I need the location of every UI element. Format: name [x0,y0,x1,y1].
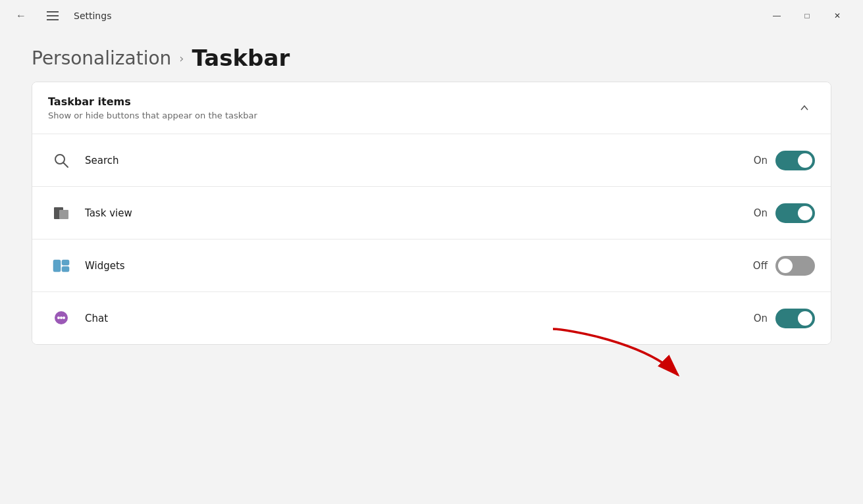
taskview-toggle[interactable] [775,203,815,223]
maximize-button[interactable]: □ [792,5,822,26]
hamburger-line [47,19,59,20]
search-row: Search On [32,134,831,186]
search-icon-svg [53,152,70,169]
chat-toggle[interactable] [775,309,815,328]
hamburger-button[interactable] [42,5,63,26]
svg-rect-6 [62,266,69,272]
chevron-up-icon [800,103,809,113]
breadcrumb: Personalization › Taskbar [0,32,863,82]
breadcrumb-parent[interactable]: Personalization [32,47,171,69]
search-control: On [754,151,815,170]
hamburger-line [47,15,59,16]
svg-line-1 [64,163,68,167]
svg-point-8 [57,316,60,319]
widgets-label: Widgets [85,260,753,272]
chat-control: On [754,309,815,328]
widgets-state: Off [753,260,768,272]
chat-icon-svg [52,309,70,328]
taskview-icon [48,200,74,226]
search-state: On [754,155,768,166]
widgets-toggle[interactable] [775,256,815,276]
collapse-button[interactable] [794,97,815,118]
taskview-control: On [754,203,815,223]
svg-point-10 [63,316,65,319]
app-title: Settings [74,11,111,21]
widgets-control: Off [753,256,815,276]
chat-state: On [754,313,768,324]
taskview-toggle-knob [798,206,812,220]
svg-rect-5 [62,260,69,265]
close-button[interactable]: ✕ [822,5,852,26]
taskview-state: On [754,207,768,219]
taskview-row: Task view On [32,186,831,239]
search-toggle[interactable] [775,151,815,170]
title-bar: ← Settings — □ ✕ [0,0,863,32]
section-title: Taskbar items [48,95,257,108]
window-controls: — □ ✕ [762,5,852,26]
chat-toggle-knob [798,311,812,326]
main-content: Taskbar items Show or hide buttons that … [0,82,863,345]
taskbar-items-section: Taskbar items Show or hide buttons that … [32,82,831,345]
chat-label: Chat [85,313,754,324]
chat-row: Chat On [32,291,831,344]
widgets-icon-svg [53,257,70,274]
section-header-text: Taskbar items Show or hide buttons that … [48,95,257,120]
breadcrumb-separator: › [179,51,184,65]
chat-icon [48,305,74,332]
widgets-row: Widgets Off [32,239,831,291]
section-subtitle: Show or hide buttons that appear on the … [48,111,257,120]
search-icon [48,147,74,174]
breadcrumb-current: Taskbar [192,45,290,71]
taskview-icon-svg [53,205,70,222]
back-button[interactable]: ← [11,5,32,26]
taskview-label: Task view [85,207,754,219]
svg-point-9 [60,316,63,319]
title-bar-left: ← Settings [11,5,111,26]
svg-rect-3 [59,210,68,219]
minimize-button[interactable]: — [762,5,792,26]
widgets-icon [48,253,74,279]
search-toggle-knob [798,153,812,168]
svg-rect-4 [53,260,61,272]
section-header: Taskbar items Show or hide buttons that … [32,82,831,134]
search-label: Search [85,155,754,166]
widgets-toggle-knob [778,259,793,273]
hamburger-line [47,11,59,13]
